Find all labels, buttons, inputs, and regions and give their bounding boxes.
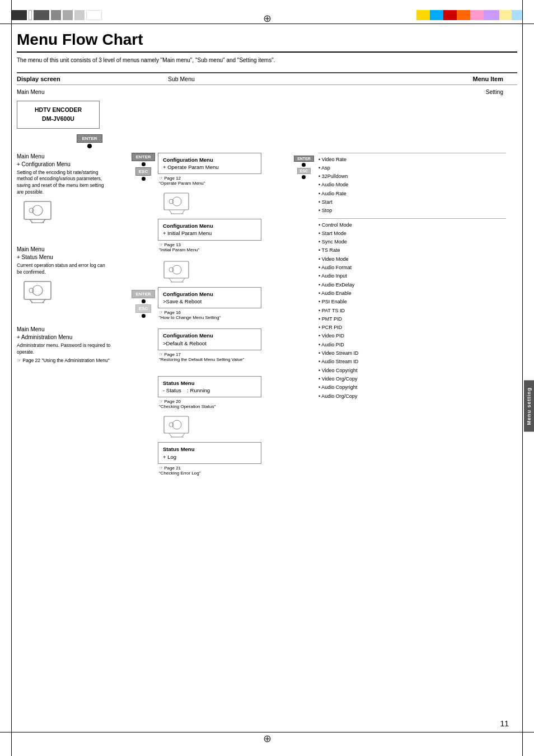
- item-pmt-pid: • PMT PID: [318, 315, 506, 323]
- svg-rect-12: [164, 193, 189, 210]
- item-video-org-copy: • Video Org/Copy: [318, 375, 506, 383]
- submenu-sub-6: + Log: [163, 453, 256, 461]
- submenu-title-4: Configuration Menu: [163, 332, 256, 339]
- item-audio-mode: • Audio Mode: [318, 181, 506, 189]
- admin-ref: ☞ Page 22 "Using the Administration Menu…: [17, 358, 111, 364]
- submenu-sub-2: + Initial Param Menu: [163, 229, 256, 237]
- submenu-title-6: Status Menu: [163, 445, 256, 453]
- top-line: [0, 24, 534, 24]
- item-audio-pid: • Audio PID: [318, 341, 506, 349]
- item-audio-rate: • Audio Rate: [318, 190, 506, 198]
- item-video-copyright: • Video Copyright: [318, 367, 506, 375]
- svg-line-3: [30, 219, 32, 223]
- svg-line-21: [169, 278, 172, 282]
- submenu-ref-5: ☞ Page 20"Checking Operation Status": [159, 399, 292, 409]
- config-section: Main Menu + Configuration Menu Setting o…: [17, 153, 517, 476]
- item-pcr-pid: • PCR PID: [318, 323, 506, 332]
- svg-point-1: [32, 205, 43, 215]
- submenu-box-5: Status Menu - Status : Running: [158, 376, 261, 398]
- side-tab: Menu setting: [524, 381, 534, 432]
- svg-rect-18: [164, 261, 189, 278]
- enter-button-1: ENTER: [77, 134, 102, 143]
- monitor-icon-status: [21, 280, 55, 305]
- submenu-sub-4: >Default & Reboot: [163, 340, 256, 347]
- svg-line-27: [169, 433, 172, 437]
- admin-desc: Administrator menu. Password is required…: [17, 342, 111, 356]
- item-video-mode: • Video Mode: [318, 255, 506, 264]
- admin-sub-label: + Administration Menu: [17, 334, 72, 340]
- admin-main-label: Main Menu + Administration Menu: [17, 326, 129, 341]
- esc-dot-op: [302, 175, 306, 179]
- item-start-mode: • Start Mode: [318, 229, 506, 238]
- column-headers: Display screen Sub Menu Menu Item: [17, 72, 517, 85]
- svg-rect-0: [24, 201, 51, 219]
- item-video-rate: • Video Rate: [318, 156, 506, 164]
- svg-point-7: [32, 285, 43, 295]
- left-border-line: [11, 0, 12, 756]
- item-audio-copyright: • Audio Copyright: [318, 383, 506, 392]
- submenu-ref-1: ☞ Page 12"Operate Param Menu": [159, 176, 292, 186]
- item-stop: • Stop: [318, 206, 506, 215]
- submenu-sub-1: + Operate Param Menu: [163, 163, 256, 171]
- svg-line-28: [182, 433, 185, 437]
- item-video-pid: • Video PID: [318, 332, 506, 340]
- svg-point-14: [169, 199, 174, 204]
- submenu-col: Configuration Menu + Operate Param Menu …: [158, 153, 292, 476]
- submenu-ref-2: ☞ Page 13"Initial Param Menu": [159, 242, 292, 252]
- sub-header-setting: Setting: [486, 89, 503, 95]
- status-sub-label: + Status Menu: [17, 254, 53, 260]
- svg-point-2: [29, 208, 34, 213]
- monitor-icon-sub2: [162, 261, 193, 284]
- item-ts-rate: • TS Rate: [318, 246, 506, 255]
- bottom-crosshair: [261, 732, 273, 745]
- col-header-submenu: Sub Menu: [168, 76, 195, 82]
- enter-btn-op: ENTER: [294, 156, 314, 162]
- submenu-ref-3: ☞ Page 16"How to Change Menu Setting": [159, 310, 292, 320]
- submenu-sub-5: - Status : Running: [163, 387, 256, 394]
- intro-text: The menu of this unit consists of 3 leve…: [17, 57, 517, 63]
- enter-dot-config: [142, 162, 146, 166]
- top-bar-left: [11, 10, 102, 20]
- item-32pulldown: • 32Pulldown: [318, 172, 506, 181]
- svg-line-22: [182, 278, 185, 282]
- svg-line-9: [30, 299, 32, 303]
- admin-main-menu: Main Menu: [17, 326, 44, 332]
- esc-btn-config: ESC: [135, 167, 151, 176]
- item-audio-enable: • Audio Enable: [318, 289, 506, 298]
- item-asp: • Asp: [318, 164, 506, 172]
- device-section: HDTV ENCODER DM-JV600U: [17, 101, 517, 129]
- config-main-label: Main Menu + Configuration Menu: [17, 153, 129, 168]
- item-pat-ts-id: • PAT TS ID: [318, 307, 506, 315]
- monitor-icon-sub1: [162, 192, 193, 216]
- svg-point-20: [169, 267, 174, 272]
- svg-point-8: [29, 288, 34, 293]
- esc-dot-status: [142, 314, 146, 318]
- device-name: HDTV ENCODER: [24, 106, 92, 115]
- submenu-title-2: Configuration Menu: [163, 222, 256, 229]
- submenu-ref-4: ☞ Page 17"Restoring the Default Menu Set…: [159, 352, 292, 362]
- svg-line-10: [43, 299, 45, 303]
- menu-items-col: • Video Rate • Asp • 32Pulldown • Audio …: [316, 153, 517, 401]
- esc-btn-op: ESC: [297, 168, 311, 174]
- svg-line-4: [43, 219, 45, 223]
- status-desc: Current operation status and error log c…: [17, 262, 111, 276]
- submenu-box-3: Configuration Menu >Save & Reboot: [158, 287, 261, 309]
- item-audio-format: • Audio Format: [318, 264, 506, 272]
- submenu-title-5: Status Menu: [163, 379, 256, 387]
- item-audio-stream-id: • Audio Stream ID: [318, 358, 506, 366]
- item-psi-enable: • PSI Enable: [318, 298, 506, 306]
- col-header-menuitem: Menu Item: [473, 76, 503, 82]
- esc-btn-status: ESC: [135, 304, 151, 313]
- top-crosshair: [261, 12, 273, 25]
- monitor-icon-sub3: [162, 416, 193, 439]
- enter-button-row: ENTER: [50, 134, 517, 148]
- items-group-2: • Control Mode • Start Mode • Sync Mode …: [318, 221, 506, 401]
- status-main-menu: Main Menu: [17, 246, 44, 252]
- item-audio-org-copy: • Audio Org/Copy: [318, 392, 506, 401]
- svg-rect-24: [164, 416, 189, 433]
- monitor-icon-config: [21, 200, 55, 225]
- submenu-sub-3: >Save & Reboot: [163, 298, 256, 305]
- svg-point-26: [169, 422, 174, 427]
- submenu-title-3: Configuration Menu: [163, 290, 256, 298]
- config-main-menu: Main Menu: [17, 153, 44, 159]
